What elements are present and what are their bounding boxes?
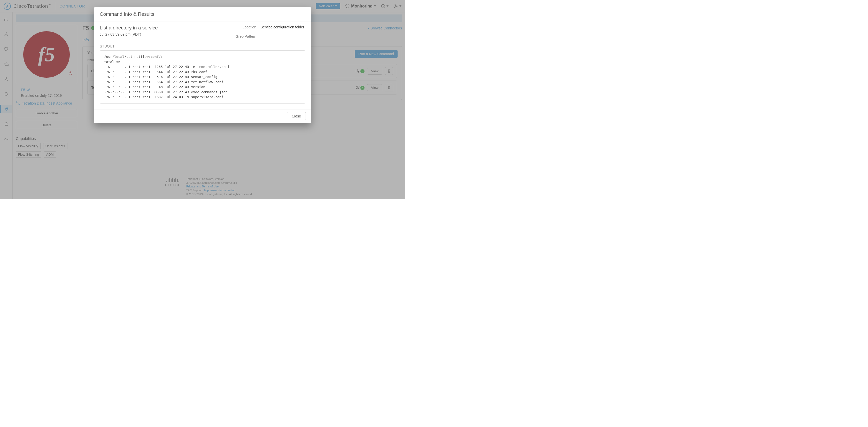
command-name: List a directory in a service — [100, 25, 228, 31]
grep-label: Grep Pattern — [228, 34, 256, 39]
modal-title: Command Info & Results — [94, 7, 311, 22]
stdout-output: /usr/local/tet-netflow/conf/: total 56 -… — [100, 50, 305, 103]
command-timestamp: Jul 27 03:59:09 pm (PDT) — [100, 32, 228, 36]
close-button[interactable]: Close — [287, 112, 306, 120]
location-label: Location — [228, 25, 256, 30]
command-results-modal: Command Info & Results List a directory … — [94, 7, 311, 123]
location-value: Service configuration folder — [260, 25, 305, 30]
stdout-label: STDOUT — [100, 44, 305, 48]
modal-overlay[interactable]: Command Info & Results List a directory … — [0, 0, 405, 199]
grep-value — [260, 34, 305, 39]
